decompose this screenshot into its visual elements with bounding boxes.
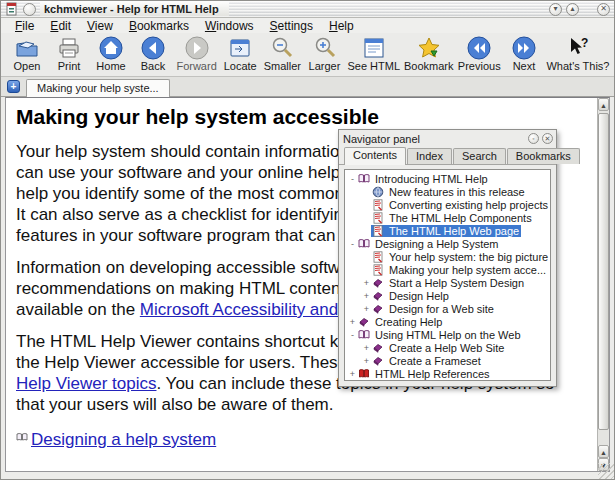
tree-item-design-help[interactable]: +Design Help <box>346 289 550 302</box>
tree-expander-icon[interactable]: + <box>362 343 371 353</box>
maximize-button[interactable]: ▴ <box>566 3 579 16</box>
tree-item-html-help-references[interactable]: +HTML Help References <box>346 367 550 380</box>
toolbar-button-see-html[interactable]: See HTML <box>347 34 401 73</box>
scroll-up-button-2[interactable]: ▲ <box>598 445 609 458</box>
tree-expander-icon[interactable]: + <box>362 356 371 366</box>
scroll-up-button[interactable]: ▲ <box>598 98 609 111</box>
toolbar-button-back[interactable]: Back <box>133 34 173 73</box>
page-title: Making your help system accessible <box>16 105 599 129</box>
tree-entry[interactable]: Making your help system acce... <box>371 264 548 276</box>
tree-entry[interactable]: Start a Help System Design <box>371 277 526 289</box>
sticky-button[interactable] <box>23 3 36 16</box>
tree-item-design-for-a-web-site[interactable]: +Design for a Web site <box>346 302 550 315</box>
tree-entry[interactable]: Design for a Web site <box>371 303 496 315</box>
menu-item-settings[interactable]: Settings <box>262 19 321 33</box>
tree-expander-icon[interactable]: - <box>348 330 357 340</box>
toolbar-button-home[interactable]: Home <box>91 34 131 73</box>
toolbar-label: Home <box>96 60 125 72</box>
tree-item-your-help-system-the-big-picture[interactable]: Your help system: the big picture <box>346 250 550 263</box>
toolbar-label: Locate <box>224 60 257 72</box>
scrollbar-thumb[interactable] <box>598 113 609 430</box>
tree-item-creating-help[interactable]: +Creating Help <box>346 315 550 328</box>
navigator-tab-contents[interactable]: Contents <box>344 147 406 165</box>
navigator-tab-index[interactable]: Index <box>407 148 452 164</box>
toolbar-button-print[interactable]: Print <box>49 34 89 73</box>
menu-item-bookmarks[interactable]: Bookmarks <box>121 19 197 33</box>
vertical-scrollbar: ▲ ▲ ▼ <box>597 98 609 471</box>
navigator-header[interactable]: Navigator panel ◦ ✕ <box>339 130 556 146</box>
menu-item-view[interactable]: View <box>79 19 121 33</box>
book-closed-icon <box>371 342 384 354</box>
app-icon[interactable] <box>5 2 19 16</box>
tree-item-using-html-help-on-the-web[interactable]: -Using HTML Help on the Web <box>346 328 550 341</box>
content-area: Making your help system accessible Your … <box>5 97 610 472</box>
toolbar-button-smaller[interactable]: Smaller <box>262 34 302 73</box>
tree-entry[interactable]: New features in this release <box>371 186 527 198</box>
resize-grip[interactable] <box>598 463 614 479</box>
navigator-tab-bookmarks[interactable]: Bookmarks <box>507 148 580 164</box>
tree-entry[interactable]: Your help system: the big picture <box>371 251 550 263</box>
tab-making-your-help-system[interactable]: Making your help syste... <box>26 79 170 97</box>
tree-item-new-features-in-this-release[interactable]: New features in this release <box>346 185 550 198</box>
menu-item-windows[interactable]: Windows <box>197 19 262 33</box>
toolbar-button-what-s-this[interactable]: ?What's This? <box>546 34 610 73</box>
menu-item-file[interactable]: File <box>7 19 42 33</box>
dock-button[interactable]: ◦ <box>528 133 539 144</box>
navigator-tab-search[interactable]: Search <box>453 148 506 164</box>
toolbar-button-previous[interactable]: Previous <box>457 34 502 73</box>
toolbar-button-open[interactable]: Open <box>7 34 47 73</box>
toolbar-button-larger[interactable]: Larger <box>305 34 345 73</box>
tree-entry[interactable]: HTML Help References <box>357 368 492 380</box>
tree-item-create-a-frameset[interactable]: +Create a Frameset <box>346 354 550 367</box>
scrollbar-track[interactable] <box>598 111 609 445</box>
tree-entry[interactable]: Creating Help <box>357 316 444 328</box>
menu-item-help[interactable]: Help <box>321 19 362 33</box>
tree-entry[interactable]: Using HTML Help on the Web <box>357 329 523 341</box>
menu-item-edit[interactable]: Edit <box>42 19 79 33</box>
tree-entry[interactable]: Create a Help Web Site <box>371 342 506 354</box>
tree-item-create-a-help-web-site[interactable]: +Create a Help Web Site <box>346 341 550 354</box>
close-button[interactable]: ✕ <box>597 3 610 16</box>
tree-entry[interactable]: Designing a Help System <box>357 238 501 250</box>
minimize-button[interactable]: ▾ <box>549 3 562 16</box>
tree-expander-icon[interactable]: - <box>348 239 357 249</box>
tree-item-introducing-html-help[interactable]: -Introducing HTML Help <box>346 172 550 185</box>
tab-bar: + Making your help syste... <box>1 77 614 97</box>
tree-item-designing-a-help-system[interactable]: -Designing a Help System <box>346 237 550 250</box>
tree-expander-icon[interactable]: + <box>348 317 357 327</box>
tree-expander-icon[interactable]: + <box>362 278 371 288</box>
designing-help-system-link[interactable]: Designing a help system <box>31 430 216 450</box>
see-html-icon <box>361 35 387 61</box>
tree-selection[interactable]: The HTML Help Web page <box>371 225 521 237</box>
tree-item-the-html-help-web-page[interactable]: The HTML Help Web page <box>346 224 550 237</box>
tree-item-start-a-help-system-design[interactable]: +Start a Help System Design <box>346 276 550 289</box>
tree-item-converting-existing-help-projects[interactable]: Converting existing help projects <box>346 198 550 211</box>
tree-entry[interactable]: Converting existing help projects <box>371 199 550 211</box>
book-closed-icon <box>371 290 384 302</box>
toolbar-button-next[interactable]: Next <box>504 34 544 73</box>
tree-expander-icon[interactable]: + <box>348 369 357 379</box>
tree-item-label: Introducing HTML Help <box>373 173 490 185</box>
page-icon <box>371 225 384 237</box>
tree-item-label: Creating Help <box>373 316 444 328</box>
tree-expander-icon[interactable]: + <box>362 304 371 314</box>
tree-expander-icon[interactable]: - <box>348 174 357 184</box>
page-icon <box>371 199 384 211</box>
tree-entry[interactable]: Introducing HTML Help <box>357 173 490 185</box>
tree-item-the-html-help-components[interactable]: The HTML Help Components <box>346 211 550 224</box>
tree-entry[interactable]: The HTML Help Components <box>371 212 534 224</box>
title-bar: kchmviewer - Help for HTML Help ▾ ▴ ✕ <box>1 1 614 18</box>
toolbar-button-bookmark[interactable]: Bookmark <box>403 34 455 73</box>
new-tab-button[interactable]: + <box>7 80 20 93</box>
tree-expander-icon[interactable]: + <box>362 291 371 301</box>
tree-entry[interactable]: Create a Frameset <box>371 355 483 367</box>
toolbar-label: Next <box>513 60 536 72</box>
content-link[interactable]: Help Viewer topics <box>16 374 156 393</box>
close-panel-button[interactable]: ✕ <box>542 133 553 144</box>
tree-entry[interactable]: Design Help <box>371 290 451 302</box>
navigator-panel: Navigator panel ◦ ✕ ContentsIndexSearchB… <box>338 129 557 387</box>
toolbar-button-forward[interactable]: Forward <box>175 34 218 73</box>
tree-item-label: Create a Frameset <box>387 355 483 367</box>
toolbar-button-locate[interactable]: Locate <box>220 34 260 73</box>
tree-item-making-your-help-system-acce[interactable]: Making your help system acce... <box>346 263 550 276</box>
